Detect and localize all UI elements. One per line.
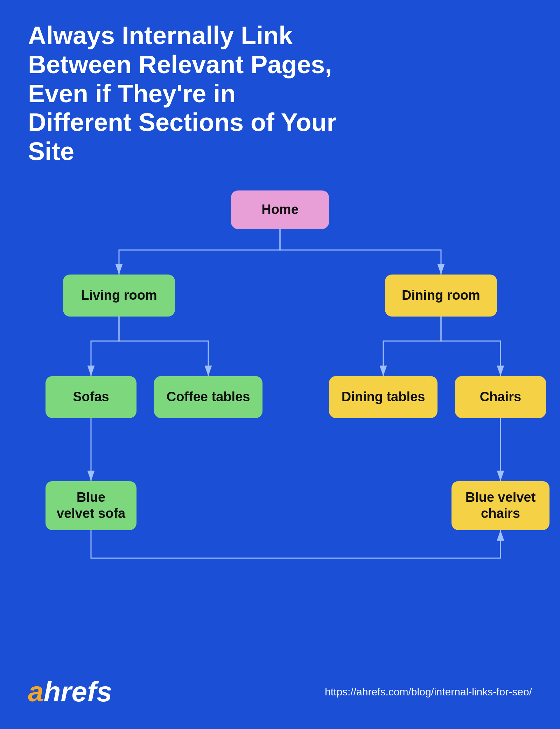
node-chairs: Chairs xyxy=(455,376,546,418)
brand-hrefs: hrefs xyxy=(44,676,112,708)
node-bvsofa: Blue velvet sofa xyxy=(46,481,136,530)
diagram-area: Home Living room Dining room Sofas Coffe… xyxy=(28,187,532,729)
node-dtables: Dining tables xyxy=(329,376,438,418)
node-bvchairs: Blue velvet chairs xyxy=(451,481,550,530)
node-sofas: Sofas xyxy=(46,376,136,418)
node-coffee: Coffee tables xyxy=(154,376,262,418)
brand-logo: a hrefs xyxy=(28,676,112,708)
brand-a: a xyxy=(28,676,44,708)
node-home: Home xyxy=(231,190,329,229)
page-container: Always Internally Link Between Relevant … xyxy=(0,0,560,729)
page-title: Always Internally Link Between Relevant … xyxy=(28,21,343,166)
node-dining: Dining room xyxy=(385,275,497,317)
connectors-svg xyxy=(28,187,532,729)
footer-url: https://ahrefs.com/blog/internal-links-f… xyxy=(325,686,532,698)
footer: a hrefs https://ahrefs.com/blog/internal… xyxy=(28,676,532,708)
node-living: Living room xyxy=(63,275,175,317)
